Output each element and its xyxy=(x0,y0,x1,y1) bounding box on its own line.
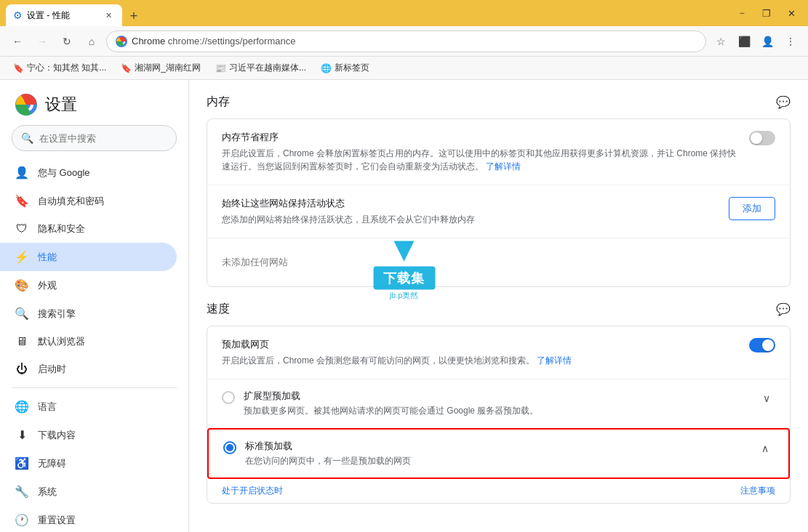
memory-saver-row: 内存节省程序 开启此设置后，Chrome 会释放闲置标签页占用的内存。这可以使用… xyxy=(207,119,790,185)
address-text: Chrome chrome://settings/performance xyxy=(132,36,295,47)
chrome-logo xyxy=(15,93,38,116)
sidebar-label-performance: 性能 xyxy=(38,251,57,264)
sidebar-item-appearance[interactable]: 🎨 外观 xyxy=(0,271,177,299)
sidebar-label-downloads: 下载内容 xyxy=(38,429,76,442)
title-bar: ⚙ 设置 - 性能 ✕ + － ❐ ✕ xyxy=(0,0,808,26)
memory-learn-more-link[interactable]: 了解详情 xyxy=(486,161,521,172)
standard-desc: 在您访问的网页中，有一些是预加载的网页 xyxy=(245,455,748,467)
extended-right: ∨ xyxy=(758,390,775,407)
sidebar-item-downloads[interactable]: ⬇ 下载内容 xyxy=(0,421,177,449)
sidebar-item-startup[interactable]: ⏻ 启动时 xyxy=(0,355,177,383)
extended-content: 扩展型预加载 预加载更多网页。被其他网站请求的网页可能会通过 Google 服务… xyxy=(244,390,749,417)
sidebar-item-accessibility[interactable]: ♿ 无障碍 xyxy=(0,449,177,477)
language-icon: 🌐 xyxy=(15,400,29,414)
preload-desc-part1: 开启此设置后，Chrome xyxy=(222,355,316,366)
preload-info: 预加载网页 开启此设置后，Chrome 会预测您最有可能访问的网页，以便更快地浏… xyxy=(222,338,737,367)
bookmark-item-1[interactable]: 🔖 湘湖网_湖南红网 xyxy=(115,60,207,76)
search-engine-icon: 🔍 xyxy=(15,307,29,321)
sidebar-item-language[interactable]: 🌐 语言 xyxy=(0,392,177,421)
menu-button[interactable]: ⋮ xyxy=(780,31,801,52)
sidebar-item-reset[interactable]: 🕐 重置设置 xyxy=(0,506,177,532)
memory-section-header: 内存 💬 xyxy=(207,94,791,110)
search-icon: 🔍 xyxy=(21,132,33,144)
preload-row: 预加载网页 开启此设置后，Chrome 会预测您最有可能访问的网页，以便更快地浏… xyxy=(207,326,790,379)
speed-card: 预加载网页 开启此设置后，Chrome 会预测您最有可能访问的网页，以便更快地浏… xyxy=(207,326,791,504)
sidebar-item-search[interactable]: 🔍 搜索引擎 xyxy=(0,299,177,328)
autofill-icon: 🔖 xyxy=(15,194,29,208)
sidebar-item-system[interactable]: 🔧 系统 xyxy=(0,477,177,506)
bookmark-button[interactable]: ☆ xyxy=(711,31,731,52)
memory-feedback-icon[interactable]: 💬 xyxy=(776,95,791,109)
bookmark-item-2[interactable]: 📰 习近平在越南媒体... xyxy=(209,60,312,76)
standard-preload-row: 标准预加载 在您访问的网页中，有一些是预加载的网页 ∧ xyxy=(207,428,790,479)
memory-saver-toggle-container xyxy=(749,131,775,145)
sidebar-item-performance[interactable]: ⚡ 性能 xyxy=(0,243,177,271)
speed-section-header: 速度 💬 xyxy=(207,302,791,317)
memory-section-title: 内存 xyxy=(207,94,230,110)
reset-icon: 🕐 xyxy=(15,513,29,527)
maximize-button[interactable]: ❐ xyxy=(756,4,777,22)
preload-learn-more-link[interactable]: 了解详情 xyxy=(537,355,572,366)
preload-toggle[interactable] xyxy=(749,338,775,352)
new-tab-button[interactable]: + xyxy=(124,6,144,26)
active-tab[interactable]: ⚙ 设置 - 性能 ✕ xyxy=(6,4,122,26)
refresh-button[interactable]: ↻ xyxy=(57,31,77,52)
forward-button[interactable]: → xyxy=(32,31,52,52)
browser-icon: 🖥 xyxy=(15,335,29,348)
keepalive-desc: 您添加的网站将始终保持活跃状态，且系统不会从它们中释放内存 xyxy=(222,213,717,226)
search-box[interactable]: 🔍 xyxy=(12,125,177,151)
sidebar-label-search: 搜索引擎 xyxy=(38,307,76,321)
bookmark-icon-1: 🔖 xyxy=(121,63,132,73)
tab-close-button[interactable]: ✕ xyxy=(102,9,115,22)
preload-desc-highlighted: 会预测您最有可能访问的网页，以便更快地浏览和搜索。 xyxy=(316,355,535,366)
address-path: chrome://settings/performance xyxy=(165,36,295,47)
window-controls: － ❐ ✕ xyxy=(731,4,802,22)
preload-title: 预加载网页 xyxy=(222,338,737,351)
add-site-button[interactable]: 添加 xyxy=(729,197,775,220)
keepalive-title: 始终让这些网站保持活动状态 xyxy=(222,197,717,210)
bookmark-item-3[interactable]: 🌐 新标签页 xyxy=(315,60,375,76)
bottom-link-left[interactable]: 处于开启状态时 xyxy=(222,485,283,497)
extended-title: 扩展型预加载 xyxy=(244,390,749,403)
back-button[interactable]: ← xyxy=(7,31,28,52)
system-icon: 🔧 xyxy=(15,485,29,499)
extended-radio[interactable] xyxy=(222,391,235,404)
standard-right: ∧ xyxy=(756,440,774,457)
home-button[interactable]: ⌂ xyxy=(81,31,102,52)
memory-saver-desc: 开启此设置后，Chrome 会释放闲置标签页占用的内存。这可以使用中的标签页和其… xyxy=(222,147,737,173)
extension-button[interactable]: ⬛ xyxy=(734,31,754,52)
bookmark-label-3: 新标签页 xyxy=(335,62,369,74)
standard-radio[interactable] xyxy=(223,441,236,454)
profile-button[interactable]: 👤 xyxy=(757,31,777,52)
sidebar-item-default-browser[interactable]: 🖥 默认浏览器 xyxy=(0,328,177,355)
paint-icon: 🎨 xyxy=(15,278,29,292)
bookmark-label-0: 宁心：知其然 知其... xyxy=(27,62,106,74)
bookmark-label-1: 湘湖网_湖南红网 xyxy=(135,62,201,74)
sidebar-item-google[interactable]: 👤 您与 Google xyxy=(0,158,177,187)
memory-saver-toggle[interactable] xyxy=(749,131,775,145)
standard-chevron[interactable]: ∧ xyxy=(756,440,774,457)
sidebar-item-privacy[interactable]: 🛡 隐私和安全 xyxy=(0,215,177,243)
sidebar-label-privacy: 隐私和安全 xyxy=(38,222,85,235)
memory-saver-info: 内存节省程序 开启此设置后，Chrome 会释放闲置标签页占用的内存。这可以使用… xyxy=(222,131,737,173)
bottom-link-right[interactable]: 注意事项 xyxy=(740,485,775,497)
standard-content: 标准预加载 在您访问的网页中，有一些是预加载的网页 xyxy=(245,440,748,467)
bookmark-item-0[interactable]: 🔖 宁心：知其然 知其... xyxy=(7,60,112,76)
sidebar-label-system: 系统 xyxy=(38,485,57,499)
close-button[interactable]: ✕ xyxy=(780,4,802,22)
standard-radio-inner xyxy=(226,444,233,451)
sidebar-label-default-browser: 默认浏览器 xyxy=(38,335,85,348)
keepalive-row: 始终让这些网站保持活动状态 您添加的网站将始终保持活跃状态，且系统不会从它们中释… xyxy=(207,185,790,238)
sidebar-divider xyxy=(12,387,177,388)
settings-header: 设置 xyxy=(0,87,188,125)
keepalive-info: 始终让这些网站保持活动状态 您添加的网站将始终保持活跃状态，且系统不会从它们中释… xyxy=(222,197,717,226)
extended-chevron[interactable]: ∨ xyxy=(758,390,775,407)
address-bar[interactable]: Chrome chrome://settings/performance xyxy=(106,31,706,52)
memory-saver-title: 内存节省程序 xyxy=(222,131,737,144)
search-input[interactable] xyxy=(39,133,167,144)
minimize-button[interactable]: － xyxy=(731,4,753,22)
speed-feedback-icon[interactable]: 💬 xyxy=(776,302,791,316)
sidebar-label-language: 语言 xyxy=(38,400,57,414)
bookmark-label-2: 习近平在越南媒体... xyxy=(229,62,306,74)
sidebar-item-autofill[interactable]: 🔖 自动填充和密码 xyxy=(0,187,177,215)
